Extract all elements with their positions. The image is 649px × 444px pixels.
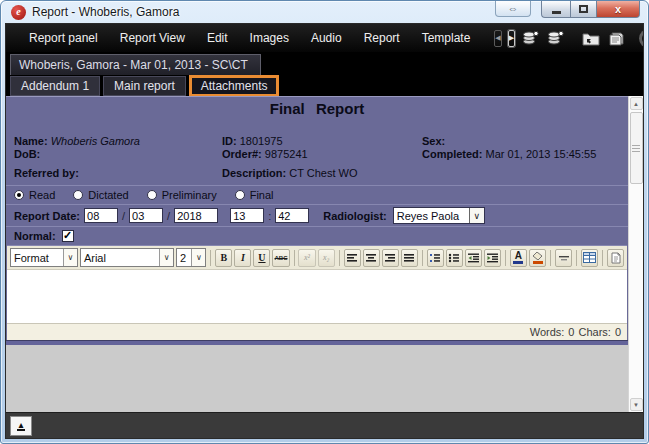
minimize-icon	[552, 11, 561, 14]
menu-report[interactable]: Report	[353, 31, 411, 45]
info-name: Name: Whoberis Gamora	[14, 135, 222, 147]
date-year-input[interactable]: 2018	[174, 208, 218, 223]
open-folder-icon[interactable]	[582, 31, 600, 46]
toolbar-separator	[422, 250, 423, 266]
normal-row: Normal:	[6, 226, 628, 245]
tab-attachments[interactable]: Attachments	[189, 75, 280, 97]
menu-report-panel[interactable]: Report panel	[18, 31, 109, 45]
format-select[interactable]: Format∨	[10, 248, 78, 267]
time-minute-input[interactable]: 42	[275, 208, 309, 223]
thumb-grip-icon	[632, 145, 640, 152]
info-description: Description: CT Chest WO	[222, 167, 422, 179]
records-out-icon[interactable]	[522, 30, 539, 46]
horizontal-rule-icon[interactable]	[555, 249, 572, 267]
toolbar-separator	[550, 250, 551, 266]
italic-button[interactable]: I	[234, 249, 251, 267]
chevron-down-icon[interactable]: ∨	[469, 208, 484, 223]
size-select[interactable]: 2∨	[176, 248, 206, 267]
patient-bar: Whoberis, Gamora - Mar 01, 2013 - SC\CT	[6, 52, 643, 75]
radio-preliminary[interactable]: Preliminary	[147, 189, 217, 201]
patient-study-tab[interactable]: Whoberis, Gamora - Mar 01, 2013 - SC\CT	[10, 54, 261, 75]
menu-template[interactable]: Template	[411, 31, 482, 45]
radiologist-select[interactable]: Reyes Paola ∨	[393, 207, 485, 224]
close-button[interactable]: x	[597, 1, 640, 18]
report-heading: Final Report	[6, 97, 628, 135]
scroll-up-icon[interactable]: ▲	[630, 97, 643, 110]
normal-label: Normal:	[14, 230, 56, 242]
strikethrough-button[interactable]: ABC	[272, 249, 289, 267]
radio-dictated-dot[interactable]	[73, 190, 83, 200]
radio-dictated[interactable]: Dictated	[73, 189, 128, 201]
vertical-scrollbar[interactable]: ▲ ▼	[628, 96, 643, 412]
chevron-down-icon: ∨	[191, 249, 205, 266]
window-title: Report - Whoberis, Gamora	[32, 5, 179, 19]
align-justify-icon[interactable]	[401, 249, 418, 267]
radio-final[interactable]: Final	[235, 189, 274, 201]
highlight-color-icon[interactable]	[529, 249, 546, 267]
tab-main-report[interactable]: Main report	[103, 76, 186, 96]
report-date-row: Report Date: 08 / 03 / 2018 13 : 42 Radi…	[6, 204, 628, 226]
numbered-list-icon[interactable]	[427, 249, 444, 267]
info-dob: DoB:	[14, 148, 222, 160]
time-hour-input[interactable]: 13	[230, 208, 264, 223]
toolbar-separator	[505, 250, 506, 266]
menu-edit[interactable]: Edit	[196, 31, 239, 45]
normal-checkbox[interactable]	[62, 230, 74, 242]
date-day-input[interactable]: 03	[129, 208, 163, 223]
tab-addendum-1[interactable]: Addendum 1	[10, 76, 100, 96]
maximize-button[interactable]	[570, 1, 597, 18]
toolbar-separator	[576, 250, 577, 266]
font-color-icon[interactable]: A	[510, 249, 527, 267]
bullet-list-icon[interactable]	[446, 249, 463, 267]
chevron-down-icon: ∨	[159, 249, 173, 266]
nav-next-icon[interactable]: ▶	[508, 30, 515, 47]
outdent-icon[interactable]	[465, 249, 482, 267]
chars-value: 0	[615, 326, 621, 338]
lower-collapsed-panel	[6, 345, 628, 412]
swap-monitor-button[interactable]: ⇔	[495, 1, 531, 17]
radio-read[interactable]: Read	[14, 189, 55, 201]
align-right-icon[interactable]	[382, 249, 399, 267]
menu-images[interactable]: Images	[239, 31, 300, 45]
toolbar-separator	[294, 250, 295, 266]
menu-report-view[interactable]: Report View	[109, 31, 196, 45]
report-content: Final Report Name: Whoberis Gamora ID: 1…	[6, 96, 628, 340]
radiologist-label: Radiologist:	[323, 210, 387, 222]
eject-panel-button[interactable]: ▴	[10, 416, 32, 436]
align-left-icon[interactable]	[344, 249, 361, 267]
subscript-button[interactable]: x₂	[318, 249, 335, 267]
records-in-icon[interactable]	[547, 30, 564, 46]
nav-previous-icon[interactable]: ◀	[494, 30, 501, 47]
underline-button[interactable]: U	[253, 249, 270, 267]
editor-status-bar: Words: 0 Chars: 0	[7, 323, 627, 340]
report-editor-body[interactable]	[7, 270, 627, 323]
minimize-button[interactable]	[541, 1, 570, 18]
radio-preliminary-dot[interactable]	[147, 190, 157, 200]
eject-icon: ▴	[17, 421, 24, 431]
erad-arc-icon: e	[639, 29, 644, 48]
toolbar-separator	[602, 250, 603, 266]
date-month-input[interactable]: 08	[84, 208, 118, 223]
maximize-icon	[579, 5, 588, 13]
scrollbar-thumb[interactable]	[630, 112, 643, 184]
font-select[interactable]: Arial∨	[80, 248, 174, 267]
insert-table-icon[interactable]	[581, 249, 598, 267]
patient-info-grid: Name: Whoberis Gamora ID: 1801975 Sex: D…	[6, 135, 628, 185]
menu-audio[interactable]: Audio	[300, 31, 353, 45]
chevron-down-icon: ∨	[63, 249, 77, 266]
title-bar[interactable]: e Report - Whoberis, Gamora ⇔ x	[5, 1, 644, 23]
indent-icon[interactable]	[484, 249, 501, 267]
align-center-icon[interactable]	[363, 249, 380, 267]
report-pages-icon[interactable]	[608, 31, 625, 46]
bold-button[interactable]: B	[215, 249, 232, 267]
scroll-down-icon[interactable]: ▼	[630, 398, 643, 411]
info-completed: Completed: Mar 01, 2013 15:45:55	[422, 148, 628, 160]
page-source-icon[interactable]	[607, 249, 624, 267]
superscript-button[interactable]: x²	[298, 249, 315, 267]
radio-final-dot[interactable]	[235, 190, 245, 200]
app-logo-icon: e	[11, 5, 26, 20]
toolbar-separator	[339, 250, 340, 266]
report-date-label: Report Date:	[14, 210, 80, 222]
bottom-bar: ▴	[6, 412, 643, 438]
radio-read-dot[interactable]	[14, 190, 24, 200]
